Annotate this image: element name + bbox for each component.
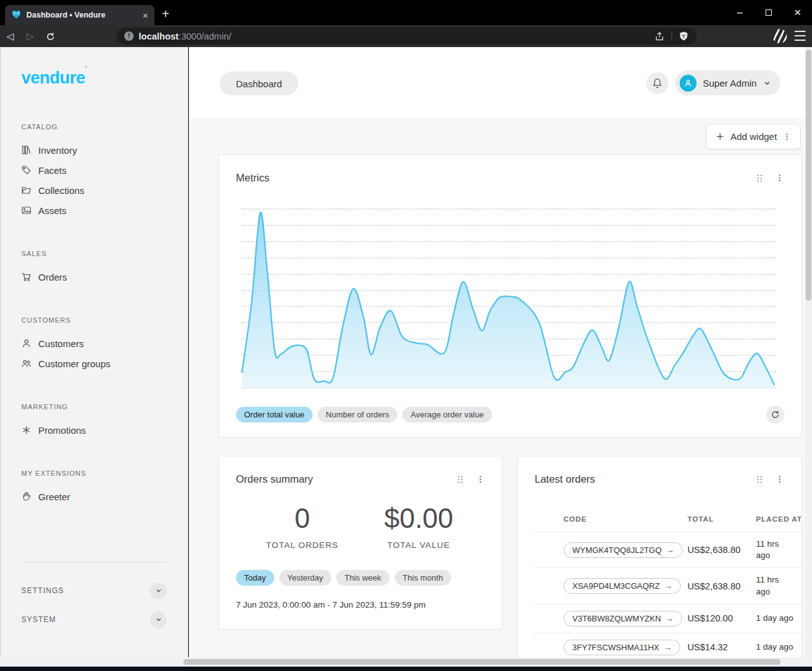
tab-title: Dashboard • Vendure xyxy=(26,11,137,19)
range-this-month[interactable]: This month xyxy=(395,570,451,586)
kebab-menu-icon[interactable] xyxy=(476,475,485,484)
arrow-right-icon: → xyxy=(663,643,671,652)
horizontal-scrollbar[interactable] xyxy=(0,657,805,667)
section-label-sales: SALES xyxy=(21,250,167,257)
range-this-week[interactable]: This week xyxy=(336,570,390,586)
section-label-my-extensions: MY EXTENSIONS xyxy=(21,470,167,477)
refresh-button[interactable] xyxy=(766,405,784,424)
table-row: V3T6BW8ZQLWMYZKN→ US$120.00 1 day ago xyxy=(533,604,802,633)
site-info-icon[interactable]: ! xyxy=(124,31,134,41)
system-expand-button[interactable] xyxy=(150,611,167,628)
users-icon xyxy=(21,358,31,368)
latest-orders-title: Latest orders xyxy=(535,473,595,485)
tab-average-order-value[interactable]: Average order value xyxy=(402,407,492,422)
vertical-scrollbar-thumb[interactable] xyxy=(806,50,811,301)
summary-stats: 0 TOTAL ORDERS $0.00 TOTAL VALUE xyxy=(219,485,502,550)
vertical-scrollbar[interactable] xyxy=(805,47,812,667)
sidebar-item-promotions[interactable]: Promotions xyxy=(21,420,167,440)
range-today[interactable]: Today xyxy=(236,570,274,586)
arrow-right-icon: → xyxy=(665,614,673,623)
sidebar-item-assets[interactable]: Assets xyxy=(21,200,167,220)
date-range-tabs: Today Yesterday This week This month xyxy=(236,570,451,586)
order-code-link[interactable]: WYMGK4TQQ8JL2TGQ→ xyxy=(564,542,683,558)
date-range-text: 7 Jun 2023, 0:00:00 am - 7 Jun 2023, 11:… xyxy=(236,600,425,609)
sidebar-item-customer-groups[interactable]: Customer groups xyxy=(21,353,167,373)
bell-icon xyxy=(652,78,663,89)
sidebar-item-label: Promotions xyxy=(38,425,86,436)
chevron-down-icon xyxy=(155,587,163,594)
browser-profile-avatar[interactable] xyxy=(772,29,787,43)
order-code-link[interactable]: V3T6BW8ZQLWMYZKN→ xyxy=(564,611,682,626)
sidebar-item-collections[interactable]: Collections xyxy=(21,180,167,200)
tab-close-icon[interactable]: × xyxy=(142,11,148,20)
page-header: Dashboard Super Admin xyxy=(189,47,805,117)
divider xyxy=(671,31,672,41)
window-minimize-button[interactable]: – xyxy=(725,0,754,25)
maximize-icon xyxy=(766,9,772,16)
drag-handle-icon[interactable] xyxy=(456,475,465,485)
tab-number-of-orders[interactable]: Number of orders xyxy=(318,407,397,422)
metrics-title: Metrics xyxy=(236,172,269,184)
drag-handle-icon[interactable] xyxy=(755,475,764,485)
address-bar[interactable]: ! localhost:3000/admin/ xyxy=(117,28,697,45)
sidebar-section-system[interactable]: SYSTEM xyxy=(21,605,167,634)
user-menu[interactable]: Super Admin xyxy=(675,70,780,95)
new-tab-button[interactable]: + xyxy=(162,8,169,20)
notifications-button[interactable] xyxy=(646,72,668,94)
order-placed-at: 11 hrs ago xyxy=(756,568,802,604)
sidebar-item-customers[interactable]: Customers xyxy=(21,333,167,353)
window-maximize-button[interactable] xyxy=(754,0,783,25)
user-icon xyxy=(21,338,31,348)
folder-icon xyxy=(21,185,31,195)
drag-handle-icon[interactable] xyxy=(755,173,764,183)
order-code-link[interactable]: 3FY7FSCWSHMA11HX→ xyxy=(564,640,680,655)
url-path: :3000/admin/ xyxy=(179,31,232,41)
browser-menu-icon[interactable] xyxy=(794,31,806,41)
sidebar-item-greeter[interactable]: Greeter xyxy=(21,486,167,507)
refresh-icon xyxy=(771,410,780,419)
reload-button[interactable] xyxy=(40,31,60,42)
orders-summary-title: Orders summary xyxy=(236,473,313,485)
window-close-button[interactable]: × xyxy=(783,0,812,25)
kebab-menu-icon[interactable] xyxy=(783,132,791,141)
sidebar-item-label: Customers xyxy=(38,338,84,349)
browser-navbar: ◁ ▷ ! localhost:3000/admin/ xyxy=(0,25,812,47)
horizontal-scrollbar-thumb[interactable] xyxy=(183,659,781,665)
orders-summary-widget: Orders summary 0 TOTAL ORDERS $0.00 TOTA… xyxy=(218,456,503,630)
order-placed-at: 11 hrs ago xyxy=(756,532,802,568)
user-name: Super Admin xyxy=(703,78,757,89)
chevron-down-icon xyxy=(763,79,771,87)
image-icon xyxy=(21,205,31,215)
arrow-right-icon: → xyxy=(664,581,672,591)
kebab-menu-icon[interactable] xyxy=(775,475,784,484)
add-widget-button[interactable]: Add widget xyxy=(706,124,801,149)
breadcrumb[interactable]: Dashboard xyxy=(220,72,298,95)
share-icon[interactable] xyxy=(654,31,665,42)
chevron-down-icon xyxy=(155,616,163,623)
brave-shield-icon[interactable] xyxy=(678,31,689,41)
hand-icon xyxy=(21,491,31,502)
sidebar-item-orders[interactable]: Orders xyxy=(21,267,167,287)
metrics-chart xyxy=(241,208,776,389)
settings-expand-button[interactable] xyxy=(150,582,167,599)
sidebar-item-label: Customer groups xyxy=(38,358,110,369)
arrow-right-icon: → xyxy=(666,545,674,555)
browser-tab[interactable]: Dashboard • Vendure × xyxy=(5,5,154,25)
sidebar-item-facets[interactable]: Facets xyxy=(21,160,167,180)
kebab-menu-icon[interactable] xyxy=(775,173,784,183)
sidebar-section-settings[interactable]: SETTINGS xyxy=(21,576,167,605)
range-yesterday[interactable]: Yesterday xyxy=(279,570,331,586)
sidebar-item-label: Facets xyxy=(38,165,67,176)
order-total: US$2,638.80 xyxy=(687,568,756,604)
vendure-logo[interactable]: vendure’ xyxy=(21,68,167,88)
system-label: SYSTEM xyxy=(21,615,56,624)
total-value-label: TOTAL VALUE xyxy=(361,540,478,550)
order-code-link[interactable]: XSA9PD4LM3CGAQRZ→ xyxy=(564,578,681,594)
main-content: Dashboard Super Admin Add widget Metrics xyxy=(189,47,805,667)
tab-order-total-value[interactable]: Order total value xyxy=(236,407,313,422)
sidebar-item-inventory[interactable]: Inventory xyxy=(21,140,167,160)
sidebar: vendure’ CATALOG Inventory Facets Collec… xyxy=(0,47,188,667)
back-button[interactable]: ◁ xyxy=(0,31,20,42)
section-label-catalog: CATALOG xyxy=(21,123,167,131)
forward-button[interactable]: ▷ xyxy=(20,31,40,42)
